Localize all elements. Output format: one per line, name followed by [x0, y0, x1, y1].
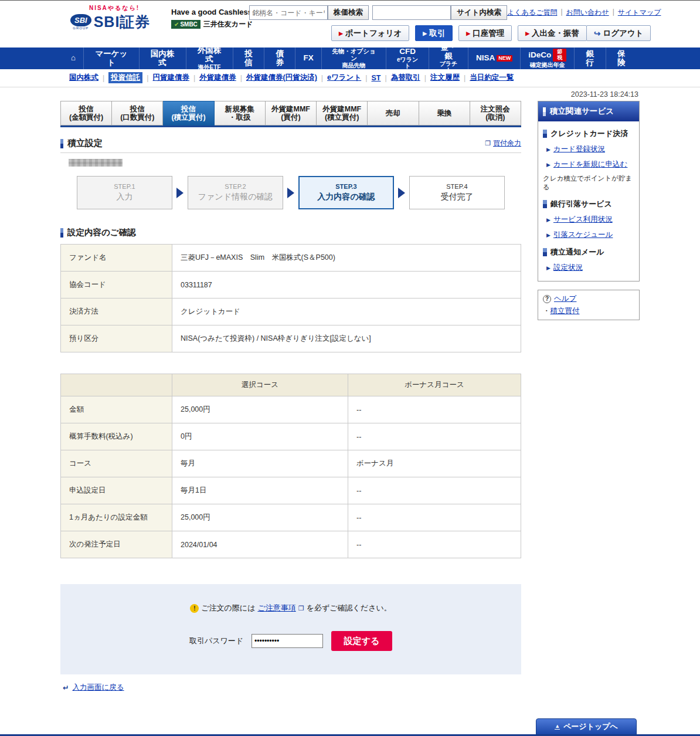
up-arrow-icon: ▲: [555, 724, 560, 730]
trade-password-input[interactable]: [252, 634, 323, 648]
col-header-selected-course: 選択コース: [172, 374, 348, 396]
sitemap-link[interactable]: サイトマップ: [618, 8, 661, 18]
portfolio-button[interactable]: ▶ ポートフォリオ: [331, 25, 409, 41]
monthly-amount-bonus: --: [348, 504, 521, 531]
sbi-logo[interactable]: NISAやるなら! SBI GROUP SBI証券: [70, 4, 158, 32]
installment-buy-help-link[interactable]: 積立買付: [551, 307, 580, 315]
subnav-ewarrant[interactable]: eワラント: [327, 73, 361, 83]
faq-link[interactable]: よくあるご質問: [507, 8, 557, 18]
page-top-button[interactable]: ▲ ページトップへ: [536, 718, 637, 735]
help-link[interactable]: ヘルプ: [554, 294, 576, 304]
contact-link[interactable]: お問い合わせ: [566, 8, 609, 18]
warning-icon: !: [190, 604, 199, 613]
subnav-foreign-bonds[interactable]: 外貨建債券: [199, 73, 236, 83]
new-badge: NEW: [497, 55, 512, 62]
next-order-date-bonus: --: [348, 531, 521, 558]
row-label: 1ヵ月あたりの設定金額: [61, 504, 172, 531]
smbc-card-name: 三井住友カード: [203, 19, 253, 29]
subnav-fx-trade[interactable]: 為替取引: [391, 73, 420, 83]
nav-ideco[interactable]: iDeCo節税確定拠出年金: [520, 48, 574, 69]
nav-home[interactable]: ⌂: [63, 48, 83, 69]
deposit-withdraw-button[interactable]: ▶ 入出金・振替: [518, 25, 587, 41]
table-row: ファンド名 三菱UFJ－eMAXIS Slim 米国株式(S＆P500): [61, 245, 521, 272]
subnav-order-history[interactable]: 注文履歴: [430, 73, 460, 83]
nav-funds[interactable]: 投信: [233, 48, 264, 69]
site-search-input[interactable]: [372, 5, 451, 20]
back-to-input-link[interactable]: 入力画面に戻る: [72, 683, 124, 693]
nav-futures-options[interactable]: 先物・オプション商品先物: [321, 48, 386, 69]
nav-cfd[interactable]: CFDeワラント: [386, 48, 429, 69]
subnav-foreign-bonds-yen[interactable]: 外貨建債券(円貨決済): [246, 73, 317, 83]
nav-fx[interactable]: FX: [295, 48, 321, 69]
triangle-icon: ▶: [546, 217, 551, 223]
nav-domestic-stock[interactable]: 国内株式: [139, 48, 186, 69]
section-marker: [60, 228, 63, 238]
tab-new-offering[interactable]: 新規募集 ・取扱: [215, 101, 266, 126]
smbc-banner[interactable]: Have a good Cashless. ✔SMBC 三井住友カード: [171, 4, 254, 29]
notice-text-suffix: を必ずご確認ください。: [307, 603, 392, 613]
tab-mmf-buy[interactable]: 外貨建MMF (買付): [266, 101, 317, 126]
mail-setting-status-link[interactable]: 設定状況: [553, 263, 583, 273]
nav-gold[interactable]: 金・銀プラチナ: [429, 48, 468, 69]
account-management-button[interactable]: ▶ 口座管理: [458, 25, 512, 41]
row-label: 概算手数料(税込み): [61, 423, 172, 450]
order-tabs: 投信 (金額買付) 投信 (口数買付) 投信 (積立買付) 新規募集 ・取扱 外…: [60, 101, 521, 127]
tab-mmf-installment[interactable]: 外貨建MMF (積立買付): [317, 101, 368, 126]
home-icon: ⌂: [71, 54, 76, 63]
masked-account-name: [69, 159, 123, 167]
search-zone: 株価検索 サイト内検索: [249, 5, 507, 20]
subnav-st[interactable]: ST: [371, 74, 380, 82]
nav-market[interactable]: マーケット: [83, 48, 138, 69]
table-row: コース 毎月 ボーナス月: [61, 450, 521, 477]
caution-link[interactable]: ご注意事項: [257, 603, 295, 613]
setting-day-bonus: --: [348, 477, 521, 504]
trade-button[interactable]: ▶ 取引: [415, 25, 453, 41]
table-row: 1ヵ月あたりの設定金額 25,000円 --: [61, 504, 521, 531]
apply-new-card-link[interactable]: カードを新規に申込む: [553, 160, 627, 169]
table-row: 概算手数料(税込み) 0円 --: [61, 423, 521, 450]
nav-insurance[interactable]: 保険: [606, 48, 637, 69]
nisa-tagline: NISAやるなら!: [70, 4, 158, 12]
row-label: コース: [61, 450, 172, 477]
subnav-domestic-stock[interactable]: 国内株式: [69, 73, 98, 83]
table-row: 決済方法 クレジットカード: [61, 299, 521, 325]
notice-text: ご注文の際には: [201, 603, 255, 613]
nav-foreign-stock[interactable]: 外国株式海外ETF: [186, 48, 233, 69]
tab-fund-amount-buy[interactable]: 投信 (金額買付): [60, 101, 112, 126]
site-search-button[interactable]: サイト内検索: [451, 5, 507, 20]
tab-sell[interactable]: 売却: [368, 101, 419, 126]
tab-order-inquiry[interactable]: 注文照会 (取消): [470, 101, 521, 126]
tab-fund-installment-buy[interactable]: 投信 (積立買付): [163, 101, 214, 126]
subnav-investment-trust[interactable]: 投資信託: [108, 72, 142, 83]
title-marker: [60, 139, 63, 148]
subnav-yen-bonds[interactable]: 円貨建債券: [153, 73, 190, 83]
logout-button[interactable]: ↪ ログアウト: [586, 25, 651, 41]
notification-mail-section: 積立通知メール ▶ 設定状況: [543, 247, 634, 273]
card-registration-status-link[interactable]: カード登録状況: [553, 144, 605, 154]
triangle-icon: ▶: [466, 30, 470, 36]
debit-schedule-link[interactable]: 引落スケジュール: [553, 230, 613, 240]
table-row: 次の発注予定日 2024/01/04 --: [61, 531, 521, 558]
triangle-icon: ▶: [339, 30, 343, 36]
tab-switch[interactable]: 乗換: [419, 101, 470, 126]
association-code-value: 03311187: [172, 272, 521, 299]
nav-bonds[interactable]: 債券: [264, 48, 295, 69]
section-title-block: 設定内容のご確認: [60, 227, 521, 238]
row-label: ファンド名: [61, 245, 172, 272]
smbc-tagline: Have a good Cashless.: [171, 8, 254, 16]
stock-search-button[interactable]: 株価検索: [328, 5, 369, 20]
nav-bank[interactable]: 銀行: [574, 48, 605, 69]
help-icon: ?: [543, 295, 551, 303]
step-arrow-icon: [287, 188, 294, 198]
submit-setting-button[interactable]: 設定する: [331, 631, 392, 651]
monthly-amount-selected: 25,000円: [172, 504, 348, 531]
installment-services-panel: 積立関連サービス クレジットカード決済 ▶ カード登録状況 ▶ カードを新規に申…: [538, 101, 640, 281]
subnav-today-executions[interactable]: 当日約定一覧: [470, 73, 514, 83]
fee-bonus: --: [348, 423, 521, 450]
service-usage-status-link[interactable]: サービス利用状況: [553, 215, 613, 225]
buying-power-link[interactable]: 買付余力: [493, 138, 521, 148]
nav-nisa[interactable]: NISANEW: [468, 48, 520, 69]
tab-fund-unit-buy[interactable]: 投信 (口数買付): [112, 101, 163, 126]
stock-search-input[interactable]: [249, 5, 328, 20]
step-arrow-icon: [176, 188, 184, 198]
